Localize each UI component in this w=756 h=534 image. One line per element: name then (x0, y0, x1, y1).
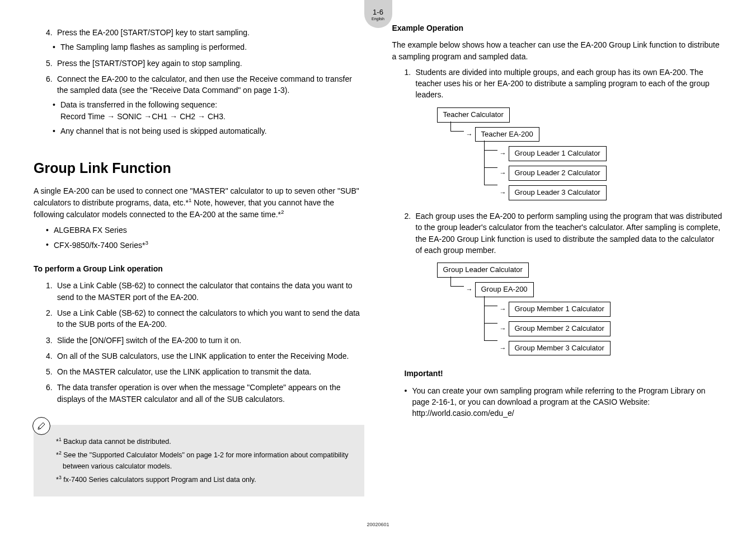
example-heading: Example Operation (392, 22, 723, 34)
diagram-box: Teacher EA-200 (475, 127, 539, 142)
subsection-heading: To perform a Group Link operation (34, 263, 364, 274)
step-text: Slide the [ON/OFF] switch of the EA-200 … (57, 335, 364, 346)
footnote: *1 Backup data cannot be distributed. (56, 435, 353, 447)
diagram-box: Group Leader 2 Calculator (509, 166, 607, 181)
model-text-span: CFX-9850/fx-7400 Series* (54, 241, 145, 250)
step-text: On all of the SUB calculators, use the L… (57, 350, 364, 362)
item-text: Connect the EA-200 to the calculator, an… (57, 73, 364, 96)
important-text: You can create your own sampling program… (412, 385, 723, 419)
bullet-line1: Data is transferred in the following seq… (60, 100, 217, 109)
step-number: 2. (405, 210, 416, 256)
step-item: 2.Use a Link Cable (SB-62) to connect th… (46, 307, 364, 330)
step-number: 1. (405, 67, 416, 101)
diagram-box: Group Member 3 Calculator (509, 341, 611, 356)
step-text: The data transfer operation is over when… (57, 382, 364, 405)
bullet-item: • The Sampling lamp flashes as sampling … (53, 41, 364, 53)
step-item: 1.Use a Link Cable (SB-62) to connect th… (46, 280, 364, 303)
example-step: 1. Students are divided into multiple gr… (405, 67, 723, 101)
footnote: *2 See the "Supported Calculator Models"… (56, 449, 353, 472)
step-number: 4. (46, 350, 57, 362)
step-number: 5. (46, 366, 57, 377)
arrow-icon: → (466, 130, 473, 138)
bullet-dot: • (53, 125, 60, 137)
step-text: Use a Link Cable (SB-62) to connect the … (57, 280, 364, 303)
item-number: 6. (46, 73, 57, 96)
step-item: 5.On the MASTER calculator, use the LINK… (46, 366, 364, 377)
bullet-line2: Record Time → SONIC →CH1 → CH2 → CH3. (60, 112, 226, 121)
footer-number: 20020601 (367, 522, 389, 527)
bullet-dot: • (46, 224, 54, 236)
diagram-group: Group Leader Calculator →Group EA-200 →G… (437, 263, 723, 355)
step-number: 2. (46, 307, 57, 330)
footnote-box: *1 Backup data cannot be distributed. *2… (34, 425, 364, 496)
arrow-icon: → (500, 305, 506, 313)
item-text: Press the [START/STOP] key again to stop… (57, 58, 364, 69)
right-column: Example Operation The example below show… (392, 22, 723, 496)
list-item: 6. Connect the EA-200 to the calculator,… (46, 73, 364, 96)
bullet-item: • Any channel that is not being used is … (53, 125, 364, 137)
step-number: 6. (46, 382, 57, 405)
diagram-box: Group Member 1 Calculator (509, 302, 611, 317)
example-step: 2. Each group uses the EA-200 to perform… (405, 210, 723, 256)
arrow-icon: → (500, 149, 506, 157)
bullet-dot: • (53, 99, 60, 122)
step-number: 3. (46, 335, 57, 346)
bullet-dot: • (46, 239, 54, 251)
step-text: Students are divided into multiple group… (416, 67, 723, 101)
section-heading: Group Link Function (34, 158, 364, 178)
arrow-icon: → (500, 189, 506, 196)
item-text: Press the EA-200 [START/STOP] key to sta… (57, 27, 364, 38)
diagram-teacher: Teacher Calculator →Teacher EA-200 →Grou… (437, 107, 723, 200)
model-text: ALGEBRA FX Series (54, 224, 364, 236)
important-bullet: • You can create your own sampling progr… (405, 385, 723, 419)
diagram-box: Group Leader 3 Calculator (509, 185, 607, 200)
diagram-box: Group Leader 1 Calculator (509, 146, 607, 161)
footnote-num: 3 (59, 475, 62, 480)
model-item: • CFX-9850/fx-7400 Series*3 (46, 239, 364, 251)
bullet-text: The Sampling lamp flashes as sampling is… (60, 41, 364, 53)
diagram-box: Group EA-200 (475, 282, 534, 297)
step-number: 1. (46, 280, 57, 303)
footnote: *3 fx-7400 Series calculators support Pr… (56, 474, 353, 485)
footnote-text: See the "Supported Calculator Models" on… (63, 451, 348, 470)
step-text: On the MASTER calculator, use the LINK a… (57, 366, 364, 377)
footnote-ref: 3 (145, 240, 148, 246)
arrow-icon: → (500, 344, 506, 352)
step-text: Use a Link Cable (SB-62) to connect the … (57, 307, 364, 330)
step-item: 3.Slide the [ON/OFF] switch of the EA-20… (46, 335, 364, 346)
arrow-icon: → (500, 325, 506, 332)
model-text: CFX-9850/fx-7400 Series*3 (54, 239, 364, 251)
footnote-text: fx-7400 Series calculators support Progr… (63, 476, 256, 484)
step-item: 6.The data transfer operation is over wh… (46, 382, 364, 405)
arrow-icon: → (500, 169, 506, 177)
arrow-icon: → (466, 285, 473, 293)
page-number: 1-6 (373, 8, 383, 16)
step-text: Each group uses the EA-200 to perform sa… (416, 210, 723, 256)
bullet-item: • Data is transferred in the following s… (53, 99, 364, 122)
diagram-box: Group Member 2 Calculator (509, 321, 611, 336)
page-language: English (372, 17, 384, 21)
intro-paragraph: A single EA-200 can be used to connect o… (34, 185, 364, 220)
important-heading: Important! (405, 368, 723, 379)
footnote-num: 1 (59, 437, 62, 442)
page-number-badge: 1-6 English (364, 0, 392, 28)
model-item: • ALGEBRA FX Series (46, 224, 364, 236)
bullet-dot: • (53, 41, 60, 53)
item-number: 5. (46, 58, 57, 69)
bullet-text: Any channel that is not being used is sk… (60, 125, 364, 137)
pencil-icon (32, 417, 50, 435)
item-number: 4. (46, 27, 57, 38)
left-column: 4. Press the EA-200 [START/STOP] key to … (34, 22, 364, 496)
step-item: 4.On all of the SUB calculators, use the… (46, 350, 364, 362)
content-columns: 4. Press the EA-200 [START/STOP] key to … (0, 0, 756, 508)
diagram-box: Teacher Calculator (437, 107, 510, 123)
list-item: 5. Press the [START/STOP] key again to s… (46, 58, 364, 69)
bullet-text: Data is transferred in the following seq… (60, 99, 364, 122)
footnote-ref: 2 (281, 209, 284, 215)
footnote-text: Backup data cannot be distributed. (63, 438, 171, 446)
diagram-box: Group Leader Calculator (437, 263, 529, 278)
example-intro: The example below shows how a teacher ca… (392, 39, 723, 62)
footnote-num: 2 (59, 450, 62, 456)
bullet-dot: • (405, 385, 412, 419)
list-item: 4. Press the EA-200 [START/STOP] key to … (46, 27, 364, 38)
